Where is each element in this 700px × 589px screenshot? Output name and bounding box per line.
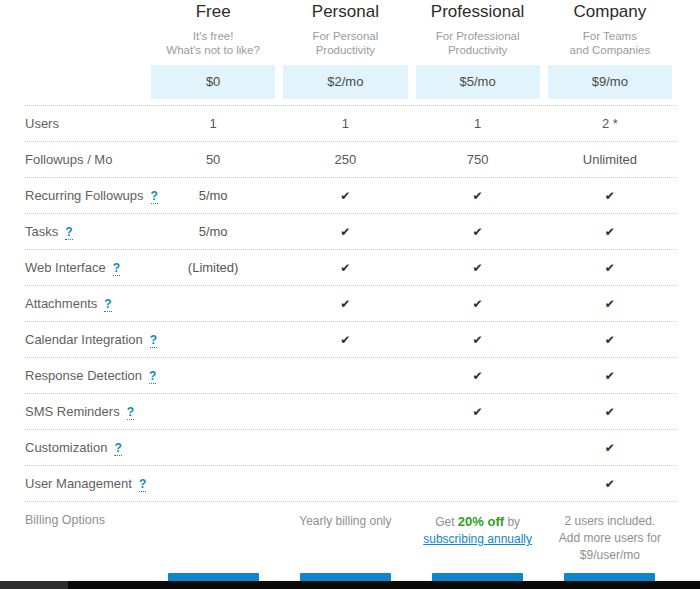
help-icon[interactable]: ? xyxy=(139,478,146,492)
table-row-customization: Customization? ✔ xyxy=(25,430,676,466)
feature-value: 750 xyxy=(412,152,544,167)
billing-options-row: Billing Options Yearly billing only Get … xyxy=(25,502,676,564)
plan-title: Personal xyxy=(279,2,411,22)
plan-header-free: Free It's free! What's not to like? xyxy=(147,2,279,57)
check-icon: ✔ xyxy=(544,261,676,275)
check-icon: ✔ xyxy=(412,369,544,383)
plan-header-personal: Personal For Personal Productivity xyxy=(279,2,411,57)
plan-title: Free xyxy=(147,2,279,22)
help-icon[interactable]: ? xyxy=(104,298,111,312)
table-row-tasks: Tasks? 5/mo ✔ ✔ ✔ xyxy=(25,214,676,250)
billing-note-company: 2 users included. Add more users for $9/… xyxy=(544,513,676,564)
table-row-attachments: Attachments? ✔ ✔ ✔ xyxy=(25,286,676,322)
price-cell-company: $9/mo xyxy=(544,65,676,99)
check-icon: ✔ xyxy=(544,477,676,491)
bottom-edge-bar xyxy=(0,581,700,589)
check-icon: ✔ xyxy=(544,189,676,203)
feature-label: Recurring Followups xyxy=(25,188,144,203)
feature-value: 1 xyxy=(279,116,411,131)
plan-header-company: Company For Teams and Companies xyxy=(544,2,676,57)
feature-label: Users xyxy=(25,116,59,131)
check-icon: ✔ xyxy=(544,369,676,383)
feature-value: 1 xyxy=(412,116,544,131)
help-icon[interactable]: ? xyxy=(149,370,156,384)
help-icon[interactable]: ? xyxy=(114,442,121,456)
check-icon: ✔ xyxy=(412,333,544,347)
discount-highlight: 20% off xyxy=(458,514,504,529)
check-icon: ✔ xyxy=(544,441,676,455)
price-spacer xyxy=(25,65,147,99)
help-icon[interactable]: ? xyxy=(127,406,134,420)
plan-title: Company xyxy=(544,2,676,22)
table-row-recurring-followups: Recurring Followups? 5/mo ✔ ✔ ✔ xyxy=(25,178,676,214)
check-icon: ✔ xyxy=(279,261,411,275)
check-icon: ✔ xyxy=(279,297,411,311)
table-row-calendar-integration: Calendar Integration? ✔ ✔ ✔ xyxy=(25,322,676,358)
feature-label: Tasks xyxy=(25,224,58,239)
check-icon: ✔ xyxy=(279,189,411,203)
check-icon: ✔ xyxy=(412,297,544,311)
price-free: $0 xyxy=(151,65,275,99)
feature-label: Attachments xyxy=(25,296,97,311)
plan-subtitle: It's free! What's not to like? xyxy=(147,29,279,57)
help-icon[interactable]: ? xyxy=(150,334,157,348)
check-icon: ✔ xyxy=(544,225,676,239)
feature-label: Response Detection xyxy=(25,368,142,383)
plan-header-row: Free It's free! What's not to like? Pers… xyxy=(25,2,676,57)
check-icon: ✔ xyxy=(544,405,676,419)
help-icon[interactable]: ? xyxy=(65,226,72,240)
feature-value: 2 * xyxy=(544,116,676,131)
feature-value: 250 xyxy=(279,152,411,167)
check-icon: ✔ xyxy=(279,225,411,239)
billing-note-professional: Get 20% off by subscribing annually xyxy=(412,513,544,548)
check-icon: ✔ xyxy=(279,333,411,347)
billing-note-personal: Yearly billing only xyxy=(279,513,411,530)
feature-value: 5/mo xyxy=(147,188,279,203)
feature-value: 50 xyxy=(147,152,279,167)
price-company: $9/mo xyxy=(548,65,672,99)
table-row-web-interface: Web Interface? (Limited) ✔ ✔ ✔ xyxy=(25,250,676,286)
plan-header-professional: Professional For Professional Productivi… xyxy=(412,2,544,57)
price-personal: $2/mo xyxy=(283,65,407,99)
check-icon: ✔ xyxy=(544,297,676,311)
check-icon: ✔ xyxy=(412,225,544,239)
plan-subtitle: For Personal Productivity xyxy=(279,29,411,57)
bottom-edge-bar-segment xyxy=(0,581,68,589)
price-professional: $5/mo xyxy=(416,65,540,99)
pricing-table: Free It's free! What's not to like? Pers… xyxy=(0,0,700,589)
plan-subtitle: For Teams and Companies xyxy=(544,29,676,57)
feature-label: User Management xyxy=(25,476,132,491)
feature-label: Calendar Integration xyxy=(25,332,143,347)
table-row-user-management: User Management? ✔ xyxy=(25,466,676,502)
feature-value: (Limited) xyxy=(147,260,279,275)
feature-rows: Users 1 1 1 2 * Followups / Mo 50 250 75… xyxy=(25,105,676,502)
billing-options-label: Billing Options xyxy=(25,513,147,527)
check-icon: ✔ xyxy=(412,405,544,419)
table-row-sms-reminders: SMS Reminders? ✔ ✔ xyxy=(25,394,676,430)
table-row-followups: Followups / Mo 50 250 750 Unlimited xyxy=(25,142,676,178)
plan-subtitle: For Professional Productivity xyxy=(412,29,544,57)
subscribe-annually-link[interactable]: subscribing annually xyxy=(423,532,532,546)
check-icon: ✔ xyxy=(412,261,544,275)
price-cell-professional: $5/mo xyxy=(412,65,544,99)
feature-value: 5/mo xyxy=(147,224,279,239)
plan-title: Professional xyxy=(412,2,544,22)
feature-label: Web Interface xyxy=(25,260,106,275)
feature-value: Unlimited xyxy=(544,152,676,167)
table-row-users: Users 1 1 1 2 * xyxy=(25,106,676,142)
help-icon[interactable]: ? xyxy=(113,262,120,276)
table-row-response-detection: Response Detection? ✔ ✔ xyxy=(25,358,676,394)
feature-label: Customization xyxy=(25,440,107,455)
feature-label: Followups / Mo xyxy=(25,152,112,167)
price-cell-personal: $2/mo xyxy=(279,65,411,99)
price-cell-free: $0 xyxy=(147,65,279,99)
feature-label: SMS Reminders xyxy=(25,404,120,419)
feature-value: 1 xyxy=(147,116,279,131)
price-row: $0 $2/mo $5/mo $9/mo xyxy=(25,65,676,99)
check-icon: ✔ xyxy=(544,333,676,347)
check-icon: ✔ xyxy=(412,189,544,203)
header-spacer xyxy=(25,2,147,57)
